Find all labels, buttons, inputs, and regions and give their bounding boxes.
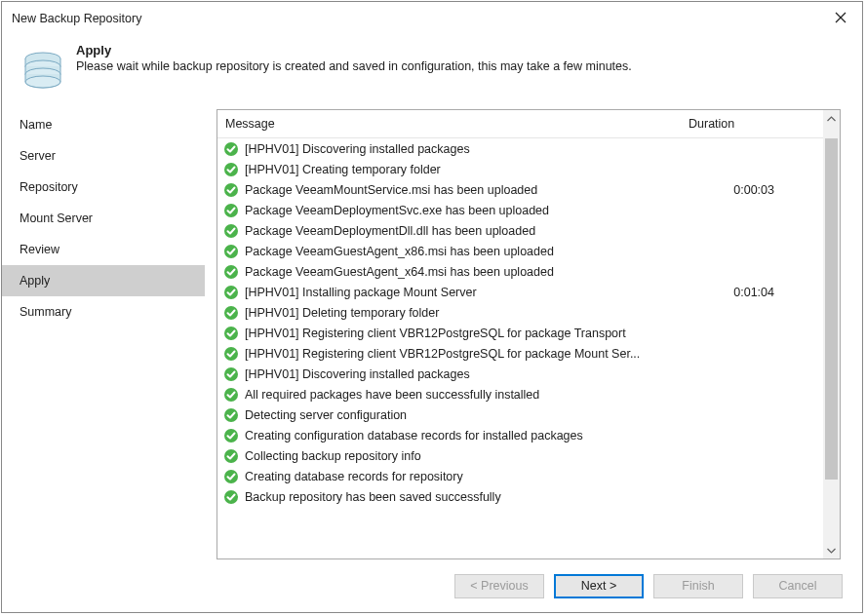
close-button[interactable] [827,10,854,27]
chevron-down-icon [827,548,836,554]
log-grid: Message Duration [HPHV01] Discovering in… [217,110,823,558]
log-row[interactable]: Detecting server configuration [217,404,823,425]
log-row[interactable]: All required packages have been successf… [217,384,823,404]
log-message: Detecting server configuration [245,408,648,422]
success-icon [223,305,239,321]
column-header-message[interactable]: Message [217,117,689,131]
success-icon [223,244,239,259]
log-message: All required packages have been successf… [245,388,648,402]
next-button[interactable]: Next > [554,574,644,598]
log-message: [HPHV01] Installing package Mount Server [245,286,648,299]
log-row[interactable]: Creating configuration database records … [217,425,823,445]
log-duration: 0:01:04 [648,286,823,299]
success-icon [223,428,239,443]
log-duration: 0:00:03 [648,183,823,197]
page-description: Please wait while backup repository is c… [76,59,632,73]
log-message: Creating database records for repository [245,470,648,483]
log-row[interactable]: Package VeeamGuestAgent_x86.msi has been… [217,241,823,261]
success-icon [223,264,239,280]
log-panel: Message Duration [HPHV01] Discovering in… [216,109,841,559]
sidebar-step[interactable]: Apply [2,265,205,296]
sidebar-step[interactable]: Name [2,109,205,140]
log-message: Backup repository has been saved success… [245,490,648,504]
wizard-footer: < Previous Next > Finish Cancel [2,559,862,612]
scroll-up-button[interactable] [823,110,840,127]
log-row[interactable]: Package VeeamGuestAgent_x64.msi has been… [217,261,823,282]
chevron-up-icon [827,116,836,122]
log-message: Creating configuration database records … [245,429,648,443]
sidebar-step-label: Review [20,243,59,256]
finish-button[interactable]: Finish [653,574,743,598]
sidebar-step[interactable]: Review [2,234,205,265]
log-row[interactable]: [HPHV01] Installing package Mount Server… [217,282,823,302]
sidebar-step-label: Apply [20,274,50,288]
sidebar-step-label: Repository [20,180,78,194]
success-icon [223,387,239,403]
window-title: New Backup Repository [12,12,141,25]
cancel-button[interactable]: Cancel [753,574,843,598]
success-icon [223,489,239,505]
success-icon [223,203,239,218]
success-icon [223,223,239,239]
log-message: [HPHV01] Creating temporary folder [245,163,648,176]
repository-icon [20,45,66,92]
log-message: Collecting backup repository info [245,449,648,463]
log-message: Package VeeamMountService.msi has been u… [245,183,648,197]
success-icon [223,182,239,198]
column-header-duration[interactable]: Duration [689,117,823,131]
log-row[interactable]: [HPHV01] Discovering installed packages [217,138,823,159]
scroll-thumb[interactable] [825,138,838,480]
scroll-track[interactable] [823,127,840,542]
close-icon [835,12,846,23]
wizard-steps-sidebar: NameServerRepositoryMount ServerReviewAp… [2,105,205,559]
log-message: [HPHV01] Deleting temporary folder [245,306,648,320]
previous-button[interactable]: < Previous [454,574,544,598]
log-row[interactable]: Package VeeamDeploymentDll.dll has been … [217,220,823,241]
wizard-window: New Backup Repository [1,1,863,613]
log-row[interactable]: [HPHV01] Deleting temporary folder [217,302,823,323]
log-row[interactable]: Backup repository has been saved success… [217,486,823,507]
log-row[interactable]: [HPHV01] Creating temporary folder [217,159,823,179]
log-message: Package VeeamGuestAgent_x86.msi has been… [245,245,648,258]
success-icon [223,326,239,341]
success-icon [223,141,239,157]
scroll-down-button[interactable] [823,542,840,558]
sidebar-step[interactable]: Repository [2,172,205,203]
log-row[interactable]: Package VeeamMountService.msi has been u… [217,179,823,200]
success-icon [223,162,239,177]
sidebar-step[interactable]: Server [2,140,205,172]
svg-point-5 [25,76,60,88]
page-title: Apply [76,43,632,58]
log-row[interactable]: Creating database records for repository [217,466,823,486]
wizard-header: Apply Please wait while backup repositor… [2,29,862,105]
log-message: [HPHV01] Registering client VBR12Postgre… [245,347,648,361]
log-grid-header: Message Duration [217,110,823,138]
log-message: [HPHV01] Discovering installed packages [245,142,648,156]
log-message: Package VeeamDeploymentSvc.exe has been … [245,204,648,217]
log-row[interactable]: Collecting backup repository info [217,445,823,466]
success-icon [223,366,239,382]
sidebar-step[interactable]: Summary [2,296,205,327]
success-icon [223,469,239,484]
sidebar-step-label: Server [20,149,56,163]
log-row[interactable]: Package VeeamDeploymentSvc.exe has been … [217,200,823,220]
log-message: Package VeeamDeploymentDll.dll has been … [245,224,648,238]
log-message: [HPHV01] Registering client VBR12Postgre… [245,327,648,340]
success-icon [223,407,239,423]
title-bar: New Backup Repository [2,2,862,29]
success-icon [223,285,239,300]
log-row[interactable]: [HPHV01] Registering client VBR12Postgre… [217,323,823,343]
log-row[interactable]: [HPHV01] Registering client VBR12Postgre… [217,343,823,364]
wizard-body: NameServerRepositoryMount ServerReviewAp… [2,105,862,559]
sidebar-step[interactable]: Mount Server [2,203,205,234]
log-message: Package VeeamGuestAgent_x64.msi has been… [245,265,648,279]
success-icon [223,448,239,464]
vertical-scrollbar[interactable] [823,110,840,558]
sidebar-step-label: Summary [20,305,71,319]
wizard-main: Message Duration [HPHV01] Discovering in… [205,105,862,559]
log-row[interactable]: [HPHV01] Discovering installed packages [217,364,823,384]
sidebar-step-label: Mount Server [20,212,93,225]
wizard-heading: Apply Please wait while backup repositor… [76,43,632,92]
log-message: [HPHV01] Discovering installed packages [245,367,648,381]
success-icon [223,346,239,362]
